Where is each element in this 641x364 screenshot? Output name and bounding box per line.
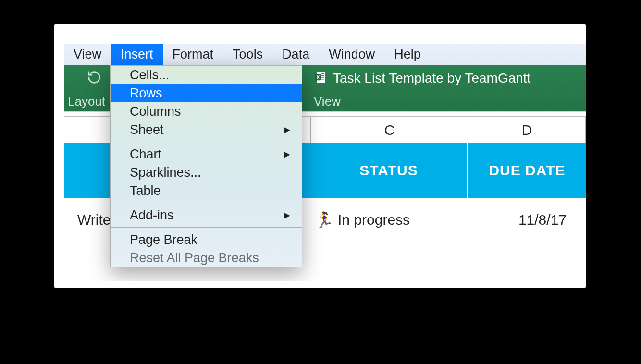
app-window: View Insert Format Tools Data Window Hel… <box>54 24 586 288</box>
column-header-d[interactable]: D <box>468 117 586 143</box>
dropdown-item-reset-page-breaks[interactable]: Reset All Page Breaks <box>111 249 302 267</box>
menubar-item-data[interactable]: Data <box>272 44 319 65</box>
menubar-item-help[interactable]: Help <box>384 44 431 65</box>
dropdown-separator <box>111 142 302 142</box>
cell-status[interactable]: 🏃‍♀️ In progress <box>311 198 468 242</box>
svg-text:X: X <box>316 75 320 80</box>
header-cell-status[interactable]: STATUS <box>311 143 468 198</box>
ribbon-view-label: View <box>314 94 341 109</box>
ribbon-layout-label: Layout <box>68 94 105 109</box>
dropdown-item-addins[interactable]: Add-ins▶ <box>111 206 302 224</box>
insert-dropdown: Cells... Rows Columns Sheet▶ Chart▶ Spar… <box>110 65 302 267</box>
header-cell-due-date[interactable]: DUE DATE <box>468 143 586 198</box>
cell-due-date[interactable]: 11/8/17 <box>468 198 586 242</box>
dropdown-separator <box>111 227 302 228</box>
excel-app: View Insert Format Tools Data Window Hel… <box>64 44 586 281</box>
cell-task-text: Write <box>77 212 111 228</box>
workbook-title-area: X Task List Template by TeamGantt <box>314 70 530 86</box>
dropdown-separator <box>111 203 302 203</box>
dropdown-item-page-break[interactable]: Page Break <box>111 231 302 249</box>
header-label-due-date: DUE DATE <box>489 162 565 179</box>
menubar-item-window[interactable]: Window <box>319 44 384 65</box>
dropdown-item-sparklines[interactable]: Sparklines... <box>111 163 302 182</box>
dropdown-item-chart[interactable]: Chart▶ <box>111 145 302 163</box>
menubar: View Insert Format Tools Data Window Hel… <box>64 44 586 65</box>
excel-file-icon: X <box>314 70 328 86</box>
header-label-status: STATUS <box>359 162 418 179</box>
column-header-c[interactable]: C <box>311 117 468 143</box>
runner-icon: 🏃‍♀️ <box>315 211 334 229</box>
dropdown-item-sheet[interactable]: Sheet▶ <box>111 121 302 139</box>
dropdown-item-table[interactable]: Table <box>111 182 302 200</box>
chevron-right-icon: ▶ <box>284 149 290 159</box>
menubar-item-format[interactable]: Format <box>163 44 223 65</box>
dropdown-item-rows[interactable]: Rows <box>111 84 302 102</box>
dropdown-item-columns[interactable]: Columns <box>111 102 302 121</box>
workbook-title: Task List Template by TeamGantt <box>333 71 530 86</box>
menubar-item-view[interactable]: View <box>64 44 111 65</box>
chevron-right-icon: ▶ <box>284 210 290 220</box>
menubar-item-tools[interactable]: Tools <box>223 44 272 65</box>
dropdown-item-cells[interactable]: Cells... <box>111 66 302 84</box>
menubar-item-insert[interactable]: Insert <box>111 44 163 65</box>
cell-due-date-text: 11/8/17 <box>518 212 567 228</box>
chevron-right-icon: ▶ <box>284 124 290 135</box>
refresh-icon[interactable] <box>87 70 101 85</box>
cell-status-text: In progress <box>338 212 410 228</box>
